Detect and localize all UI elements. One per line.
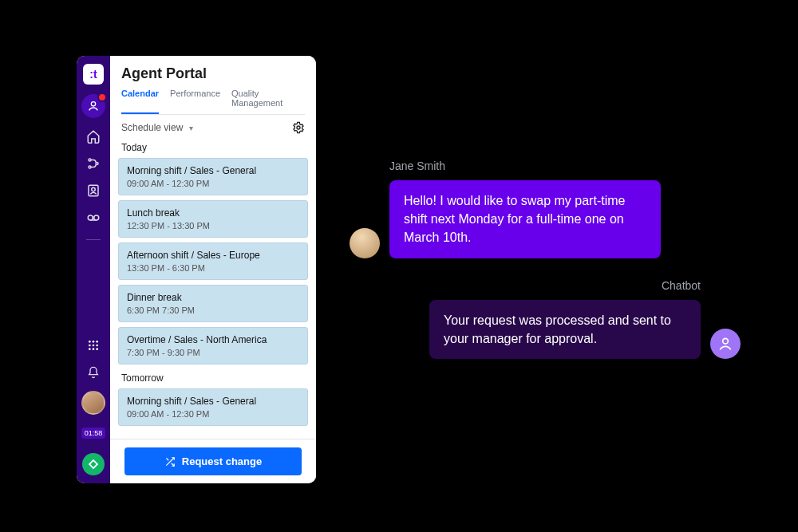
svg-point-13 bbox=[96, 345, 98, 347]
assistant-rail-button[interactable] bbox=[81, 94, 105, 118]
notification-badge bbox=[97, 93, 107, 102]
shift-title: Overtime / Sales - North America bbox=[127, 334, 299, 345]
section-tomorrow-label: Tomorrow bbox=[110, 372, 316, 388]
bell-icon[interactable] bbox=[85, 364, 102, 381]
svg-point-12 bbox=[93, 345, 95, 347]
tab-quality[interactable]: Quality Management bbox=[231, 89, 305, 114]
svg-point-8 bbox=[89, 341, 91, 343]
shift-time: 09:00 AM - 12:30 PM bbox=[127, 409, 299, 419]
shift-card[interactable]: Afternoon shift / Sales - Europe 13:30 P… bbox=[118, 242, 308, 280]
view-toolbar: Schedule view ▾ bbox=[110, 115, 316, 140]
request-change-button[interactable]: Request change bbox=[124, 447, 302, 475]
svg-point-6 bbox=[88, 215, 93, 220]
status-available-button[interactable] bbox=[82, 453, 105, 475]
portal-header: Agent Portal Calendar Performance Qualit… bbox=[110, 56, 316, 115]
svg-point-14 bbox=[89, 348, 91, 350]
shift-time: 12:30 PM - 13:30 PM bbox=[127, 221, 299, 231]
chevron-down-icon: ▾ bbox=[189, 124, 193, 132]
tomorrow-list: Morning shift / Sales - General 09:00 AM… bbox=[110, 388, 316, 426]
user-chat-avatar bbox=[350, 228, 380, 258]
settings-button[interactable] bbox=[292, 121, 305, 134]
tab-performance[interactable]: Performance bbox=[170, 89, 220, 114]
rail-separator bbox=[86, 239, 101, 240]
shift-time: 13:30 PM - 6:30 PM bbox=[127, 263, 299, 273]
shift-title: Afternoon shift / Sales - Europe bbox=[127, 250, 299, 261]
svg-point-3 bbox=[96, 163, 98, 165]
bot-message-bubble: Your request was processed and sent to y… bbox=[429, 300, 701, 359]
voicemail-icon[interactable] bbox=[85, 209, 102, 227]
shift-card[interactable]: Overtime / Sales - North America 7:30 PM… bbox=[118, 327, 308, 365]
svg-point-9 bbox=[93, 341, 95, 343]
page-title: Agent Portal bbox=[121, 65, 305, 82]
svg-point-16 bbox=[96, 348, 98, 350]
svg-rect-17 bbox=[89, 460, 97, 468]
shift-title: Morning shift / Sales - General bbox=[127, 396, 299, 407]
chat-row-user: Hello! I would like to swap my part-time… bbox=[350, 180, 741, 258]
app-logo[interactable]: :t bbox=[83, 64, 104, 85]
shift-card[interactable]: Lunch break 12:30 PM - 13:30 PM bbox=[118, 200, 308, 238]
portal-main: Agent Portal Calendar Performance Qualit… bbox=[110, 56, 316, 483]
svg-point-18 bbox=[297, 126, 300, 129]
shift-title: Lunch break bbox=[127, 207, 299, 219]
chat-panel: Jane Smith Hello! I would like to swap m… bbox=[350, 160, 741, 380]
today-list: Morning shift / Sales - General 09:00 AM… bbox=[110, 158, 316, 365]
chat-row-bot: Your request was processed and sent to y… bbox=[350, 300, 741, 359]
svg-point-0 bbox=[91, 102, 95, 106]
assistant-icon bbox=[87, 100, 100, 112]
user-message-bubble: Hello! I would like to swap my part-time… bbox=[389, 180, 661, 258]
contacts-icon[interactable] bbox=[85, 182, 102, 199]
svg-point-7 bbox=[94, 215, 99, 220]
shift-card[interactable]: Dinner break 6:30 PM 7:30 PM bbox=[118, 285, 308, 322]
bot-icon bbox=[717, 336, 733, 352]
svg-point-2 bbox=[89, 166, 91, 168]
agent-portal-window: :t bbox=[77, 56, 316, 483]
gear-icon bbox=[292, 121, 305, 134]
user-avatar[interactable] bbox=[81, 391, 105, 415]
request-change-label: Request change bbox=[182, 455, 262, 467]
svg-point-1 bbox=[89, 159, 91, 161]
section-today-label: Today bbox=[110, 142, 316, 158]
shift-title: Dinner break bbox=[127, 292, 299, 303]
sender-name: Jane Smith bbox=[389, 160, 741, 172]
flow-icon[interactable] bbox=[85, 155, 102, 172]
shift-card[interactable]: Morning shift / Sales - General 09:00 AM… bbox=[118, 158, 308, 195]
home-icon[interactable] bbox=[85, 128, 102, 145]
shift-card[interactable]: Morning shift / Sales - General 09:00 AM… bbox=[118, 388, 308, 426]
recipient-name: Chatbot bbox=[350, 279, 701, 292]
action-bar: Request change bbox=[110, 439, 316, 483]
shift-time: 09:00 AM - 12:30 PM bbox=[127, 179, 299, 188]
view-selector-label: Schedule view bbox=[121, 122, 183, 133]
view-selector[interactable]: Schedule view ▾ bbox=[121, 122, 193, 133]
shift-time: 7:30 PM - 9:30 PM bbox=[127, 348, 299, 357]
svg-point-19 bbox=[723, 338, 729, 344]
rail-timer: 01:58 bbox=[81, 428, 106, 439]
tab-calendar[interactable]: Calendar bbox=[121, 89, 159, 114]
dialpad-icon[interactable] bbox=[85, 337, 102, 354]
svg-point-10 bbox=[96, 341, 98, 343]
bot-chat-avatar bbox=[710, 329, 741, 359]
tab-bar: Calendar Performance Quality Management bbox=[121, 89, 305, 115]
shift-time: 6:30 PM 7:30 PM bbox=[127, 305, 299, 315]
svg-point-15 bbox=[93, 348, 95, 350]
svg-point-5 bbox=[92, 187, 96, 191]
svg-point-11 bbox=[89, 345, 91, 347]
left-nav-rail: :t bbox=[77, 56, 110, 483]
shift-title: Morning shift / Sales - General bbox=[127, 165, 299, 176]
shuffle-icon bbox=[164, 456, 176, 467]
